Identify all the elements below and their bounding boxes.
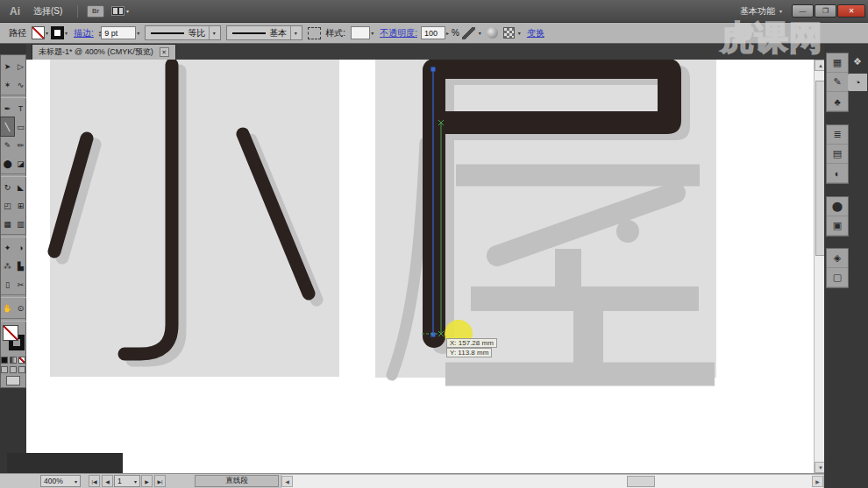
lasso-tool[interactable]: ∿ [14, 75, 27, 94]
mask-icon[interactable] [503, 27, 515, 39]
artboard-tool[interactable]: ▯ [1, 275, 14, 294]
close-icon[interactable]: ✕ [160, 47, 169, 57]
dock-group-1: ▦✎♣ [826, 53, 849, 112]
rotate-tool[interactable]: ↻ [1, 178, 14, 196]
stroke-weight-field[interactable]: 9 pt [101, 26, 136, 39]
opacity-field[interactable]: 100 [421, 26, 445, 39]
magic-wand-tool[interactable]: ✶ [1, 75, 14, 94]
prev-artboard-button[interactable]: ◀ [102, 475, 113, 487]
blend-tool[interactable]: ◑ [14, 238, 27, 257]
recolor-artwork-icon[interactable] [308, 27, 321, 39]
workspace-switcher[interactable]: 基本功能 ▾ [740, 5, 782, 18]
eyedropper-tool[interactable]: ✦ [1, 238, 14, 257]
rectangle-tool[interactable]: ▭ [14, 117, 27, 136]
scale-tool[interactable]: ◣ [14, 178, 27, 196]
pen-tool[interactable]: ✒ [1, 99, 14, 117]
minimize-button[interactable]: — [792, 4, 814, 18]
opacity-panel-link[interactable]: 不透明度: [380, 27, 417, 39]
stroke-panel-link[interactable]: 描边: [74, 27, 94, 39]
chevron-down-icon[interactable]: ▾ [46, 30, 48, 36]
paintbrush-tool[interactable]: ✎ [1, 136, 14, 154]
toolbar-separator [1, 173, 27, 177]
graph-tool[interactable]: ▙ [14, 257, 27, 275]
chevron-down-icon[interactable]: ▾ [479, 30, 481, 36]
horizontal-scroll-thumb[interactable] [627, 476, 655, 487]
chevron-down-icon[interactable]: ▾ [371, 30, 374, 36]
appearance-panel-icon[interactable]: ⬤ [827, 197, 848, 216]
fill-stroke-indicator[interactable] [1, 324, 27, 354]
fill-color-swatch[interactable] [32, 26, 45, 39]
stroke-profile-icon [151, 32, 184, 34]
line-segment-tool[interactable]: ╲ [1, 117, 14, 136]
draw-normal-button[interactable] [1, 366, 8, 373]
gradient-tool[interactable]: ▥ [14, 215, 27, 233]
first-artboard-button[interactable]: |◀ [89, 475, 100, 487]
draw-inside-button[interactable] [18, 366, 25, 373]
restore-button[interactable]: ❐ [815, 4, 836, 18]
graphic-styles-panel-icon[interactable]: ▣ [827, 216, 848, 236]
brush-definition-select[interactable]: 基本 ▾ [226, 25, 302, 40]
selection-type-label: 路径 [9, 27, 26, 39]
arrange-documents-button[interactable]: ▾ [111, 6, 129, 16]
close-button[interactable]: ✕ [837, 4, 865, 18]
chevron-down-icon[interactable]: ▾ [137, 30, 139, 36]
artboard-number-select[interactable]: 1▾ [114, 475, 140, 487]
eraser-tool[interactable]: ◪ [14, 154, 27, 173]
stroke-panel-icon[interactable]: ≣ [827, 125, 848, 145]
chevron-down-icon[interactable]: ▾ [518, 30, 521, 36]
draw-behind-button[interactable] [10, 366, 17, 373]
mesh-tool[interactable]: ▦ [1, 215, 14, 233]
status-bar: 400%▾ |◀ ◀ 1▾ ▶ ▶| 直线段 ▶ ◀ ▶ [0, 473, 824, 488]
type-tool[interactable]: T [14, 99, 27, 117]
symbols-panel-icon[interactable]: ♣ [827, 92, 848, 111]
direct-selection-tool[interactable]: ▷ [14, 57, 27, 75]
transform-panel-link[interactable]: 变换 [527, 27, 544, 39]
bridge-button[interactable]: Br [87, 5, 104, 18]
hand-tool[interactable]: ✋ [1, 299, 14, 317]
zoom-select[interactable]: 400%▾ [40, 475, 81, 487]
fill-swatch-none[interactable] [3, 325, 18, 341]
gradient-button[interactable] [10, 357, 17, 364]
color-panel-icon[interactable]: ❖ [848, 53, 867, 70]
gradient-panel-icon[interactable]: ▤ [827, 145, 848, 164]
color-button[interactable] [1, 357, 8, 364]
none-button[interactable] [18, 357, 25, 364]
artboards-panel-icon[interactable]: ▢ [827, 268, 848, 287]
anchor-point-bottom[interactable] [431, 333, 436, 337]
horizontal-scrollbar[interactable]: ◀ ▶ [281, 474, 824, 488]
recolor-wheel-icon[interactable] [487, 27, 498, 39]
blob-brush-tool[interactable]: ⬤ [1, 154, 14, 173]
last-artboard-button[interactable]: ▶| [154, 475, 166, 487]
graphic-style-brush-icon[interactable] [462, 27, 475, 39]
shape-builder-tool[interactable]: ◰ [1, 196, 14, 215]
perspective-grid-tool[interactable]: ⊞ [14, 196, 27, 215]
color-guide-panel-icon[interactable]: ◔ [848, 74, 867, 91]
selection-tool[interactable]: ➤ [1, 57, 14, 75]
zoom-tool[interactable]: ⊙ [14, 299, 27, 317]
swatches-panel-icon[interactable]: ▦ [827, 53, 848, 73]
menu-select[interactable]: 选择(S) [26, 0, 72, 23]
pencil-tool[interactable]: ✏ [14, 136, 27, 154]
dock-right-column: ❖◔ [848, 53, 867, 95]
screen-mode-button[interactable] [6, 376, 20, 385]
layers-panel-icon[interactable]: ◈ [827, 249, 848, 268]
brushes-panel-icon[interactable]: ✎ [827, 73, 848, 92]
document-canvas[interactable]: X: 157.28 mm Y: 113.8 mm ▲ ▼ [26, 60, 814, 473]
style-select[interactable] [351, 26, 370, 39]
slice-tool[interactable]: ✂ [14, 275, 27, 294]
scroll-right-icon[interactable]: ▶ [812, 476, 823, 487]
symbol-sprayer-tool[interactable]: ⁂ [1, 257, 14, 275]
anchor-point-top[interactable] [431, 67, 436, 72]
stroke-color-swatch[interactable] [51, 26, 64, 39]
chevron-down-icon[interactable]: ▾ [65, 30, 68, 36]
panel-dock: ▦✎♣ ≣▤◐ ⬤▣ ◈▢ ❖◔ [824, 44, 868, 488]
current-tool-indicator[interactable]: 直线段 [195, 475, 279, 487]
scroll-left-icon[interactable]: ◀ [281, 476, 293, 487]
document-tab[interactable]: 未标题-1* @ 400% (CMYK/预览) ✕ [32, 44, 176, 60]
spin-right-icon[interactable]: ▸ [446, 30, 449, 36]
width-profile-select[interactable]: 等比 ▾ [145, 25, 221, 40]
workspace-label: 基本功能 [740, 5, 775, 18]
title-bar: Ai 文件(F)编辑(E)对象(O)文字(T)选择(S)效果(C)视图(V)窗口… [0, 0, 868, 23]
transparency-panel-icon[interactable]: ◐ [827, 164, 848, 183]
next-artboard-button[interactable]: ▶ [141, 475, 153, 487]
